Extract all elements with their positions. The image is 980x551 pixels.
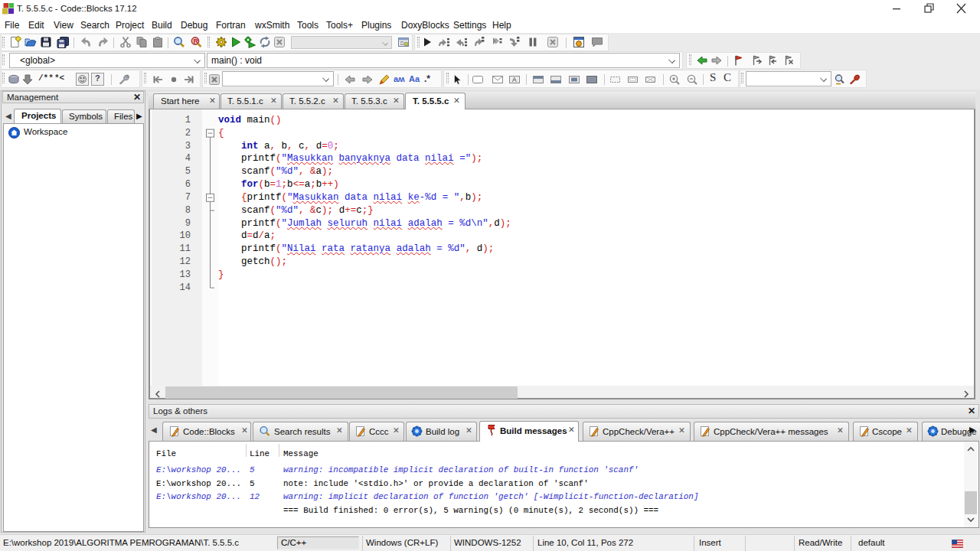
svg-text:A: A xyxy=(512,76,517,83)
